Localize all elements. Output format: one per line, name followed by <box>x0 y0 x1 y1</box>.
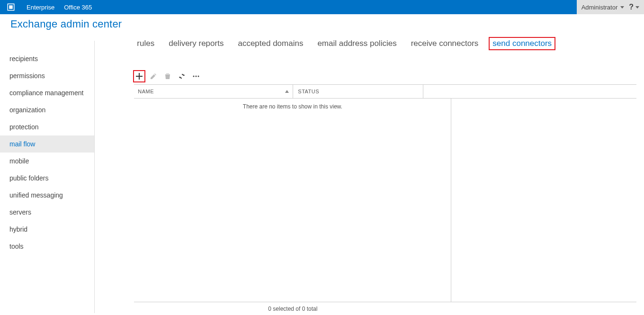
topbar-left: Enterprise Office 365 <box>0 0 97 14</box>
help-dropdown[interactable]: ? <box>629 3 639 11</box>
help-icon: ? <box>629 3 634 11</box>
sidebar-item-hybrid[interactable]: hybrid <box>0 221 94 238</box>
selection-count: 0 selected of 0 total <box>134 306 451 312</box>
topbar-spacer <box>97 0 576 14</box>
edit-button[interactable] <box>148 71 159 81</box>
sidebar-item-unified-messaging[interactable]: unified messaging <box>0 187 94 204</box>
main-shell: Exchange admin center recipients permiss… <box>0 14 644 315</box>
subtab-accepted-domains[interactable]: accepted domains <box>235 38 306 49</box>
refresh-button[interactable] <box>177 71 187 81</box>
content-area: rules delivery reports accepted domains … <box>122 14 644 315</box>
delete-button[interactable] <box>162 71 173 81</box>
administrator-dropdown[interactable]: Administrator <box>581 4 625 11</box>
sidebar-item-permissions[interactable]: permissions <box>0 67 94 84</box>
sidebar-nav: recipients permissions compliance manage… <box>0 41 95 313</box>
subtab-receive-connectors[interactable]: receive connectors <box>408 38 482 49</box>
sidebar-item-recipients[interactable]: recipients <box>0 50 94 67</box>
topbar-link-enterprise[interactable]: Enterprise <box>22 4 59 11</box>
subtab-bar: rules delivery reports accepted domains … <box>122 27 644 49</box>
column-header-name[interactable]: NAME <box>134 85 293 98</box>
topbar-link-office365[interactable]: Office 365 <box>59 4 97 11</box>
title-row <box>122 14 644 27</box>
administrator-label: Administrator <box>581 4 618 11</box>
column-header-detail <box>423 85 636 98</box>
svg-point-4 <box>198 76 199 77</box>
column-status-label: STATUS <box>298 89 319 94</box>
sidebar-item-mail-flow[interactable]: mail flow <box>0 135 94 153</box>
left-column: Exchange admin center recipients permiss… <box>0 14 122 315</box>
subtab-rules[interactable]: rules <box>134 38 157 49</box>
subtab-email-address-policies[interactable]: email address policies <box>314 38 399 49</box>
subtab-send-connectors[interactable]: send connectors <box>490 38 555 49</box>
svg-rect-1 <box>9 5 13 9</box>
sidebar-item-tools[interactable]: tools <box>0 238 94 255</box>
sidebar-item-servers[interactable]: servers <box>0 204 94 221</box>
column-header-status[interactable]: STATUS <box>293 85 423 98</box>
topbar-right: Administrator ? <box>577 0 644 14</box>
empty-message: There are no items to show in this view. <box>134 99 451 110</box>
add-button[interactable] <box>134 71 144 81</box>
list-pane: There are no items to show in this view. <box>134 99 451 302</box>
detail-pane <box>451 99 636 302</box>
svg-point-3 <box>196 76 197 77</box>
top-bar: Enterprise Office 365 Administrator ? <box>0 0 644 14</box>
app-title: Exchange admin center <box>0 14 122 41</box>
office-logo-icon <box>4 0 18 14</box>
toolbar <box>122 49 644 84</box>
plus-icon <box>135 72 143 80</box>
refresh-icon <box>178 72 186 80</box>
sidebar-item-public-folders[interactable]: public folders <box>0 170 94 187</box>
column-name-label: NAME <box>138 89 154 94</box>
subtab-delivery-reports[interactable]: delivery reports <box>166 38 226 49</box>
table-area: NAME STATUS There are no items to show i… <box>134 84 636 315</box>
sidebar-item-protection[interactable]: protection <box>0 118 94 135</box>
sidebar-item-compliance-management[interactable]: compliance management <box>0 84 94 101</box>
ellipsis-icon <box>192 72 200 80</box>
pencil-icon <box>150 72 157 80</box>
more-button[interactable] <box>191 71 201 81</box>
table-header: NAME STATUS <box>134 84 636 99</box>
caret-down-icon <box>620 6 624 9</box>
table-footer: 0 selected of 0 total <box>134 302 636 315</box>
table-body: There are no items to show in this view. <box>134 99 636 302</box>
caret-down-icon <box>635 6 639 9</box>
sidebar-item-organization[interactable]: organization <box>0 101 94 118</box>
sidebar-item-mobile[interactable]: mobile <box>0 153 94 170</box>
sort-asc-icon <box>285 90 289 93</box>
svg-point-2 <box>193 76 195 77</box>
trash-icon <box>164 72 171 80</box>
